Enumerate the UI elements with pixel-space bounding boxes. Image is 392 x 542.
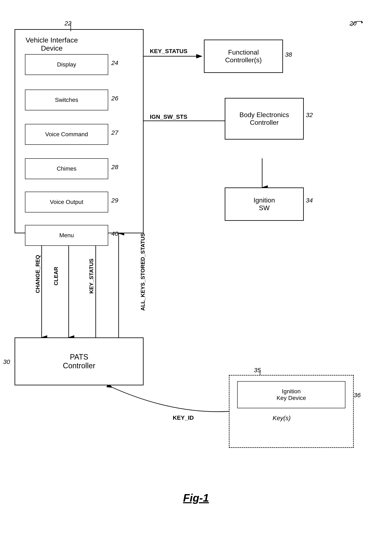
ignition-key-device-label: Ignition Key Device: [276, 388, 306, 401]
all-keys-stored-status-signal: ALL_KEYS_STORED_STATUS: [140, 233, 146, 311]
display-box: Display: [25, 54, 108, 75]
keys-label: Key(s): [273, 415, 291, 422]
pats-controller-label: PATS Controller: [63, 353, 95, 370]
ignition-sw-box: Ignition SW: [225, 187, 304, 221]
menu-box: Menu: [25, 225, 108, 246]
svg-marker-12: [361, 21, 363, 23]
functional-controller-label: Functional Controller(s): [225, 49, 262, 64]
ref-26: 26: [111, 95, 118, 102]
switches-box: Switches: [25, 90, 108, 110]
voice-output-box: Voice Output: [25, 192, 108, 212]
ref-38: 38: [285, 51, 292, 58]
ref-30: 30: [3, 358, 10, 365]
diagram: 22 20 Vehicle Interface Device Display 2…: [0, 0, 392, 521]
voice-command-label: Voice Command: [45, 131, 88, 138]
voice-command-box: Voice Command: [25, 124, 108, 145]
ref-35: 35: [254, 367, 261, 374]
menu-label: Menu: [59, 232, 74, 239]
pats-controller-box: PATS Controller: [15, 337, 143, 385]
figure-caption: Fig-1: [0, 492, 392, 504]
ignition-sw-label: Ignition SW: [254, 196, 275, 212]
ref-36: 36: [354, 392, 360, 399]
ignition-key-device-box: Ignition Key Device: [237, 381, 345, 408]
ref-32: 32: [306, 111, 313, 119]
ref-40: 40: [111, 230, 118, 237]
key-status-signal-bottom: KEY_STATUS: [88, 259, 95, 293]
tick-20: [350, 18, 366, 30]
ref-34: 34: [306, 197, 313, 204]
change-req-signal: CHANGE_REQ: [35, 255, 41, 293]
body-electronics-box: Body Electronics Controller: [225, 98, 304, 140]
voice-output-label: Voice Output: [50, 199, 83, 205]
ref-29: 29: [111, 197, 118, 204]
switches-label: Switches: [55, 97, 78, 103]
ref-24: 24: [111, 59, 118, 66]
clear-signal: CLEAR: [53, 267, 59, 286]
functional-controller-box: Functional Controller(s): [204, 40, 283, 73]
ref-22: 22: [64, 20, 71, 27]
display-label: Display: [57, 61, 76, 68]
ref-28: 28: [111, 163, 118, 171]
tick-22: [71, 21, 83, 33]
chimes-label: Chimes: [57, 165, 77, 172]
vid-label: Vehicle Interface Device: [21, 34, 78, 52]
body-electronics-label: Body Electronics Controller: [239, 111, 289, 126]
chimes-box: Chimes: [25, 158, 108, 179]
ref-27: 27: [111, 129, 118, 136]
tick-35: [260, 369, 268, 377]
ign-sw-sts-signal: IGN_SW_STS: [150, 114, 187, 120]
key-id-signal: KEY_ID: [173, 415, 194, 421]
key-status-signal-top: KEY_STATUS: [150, 48, 187, 54]
